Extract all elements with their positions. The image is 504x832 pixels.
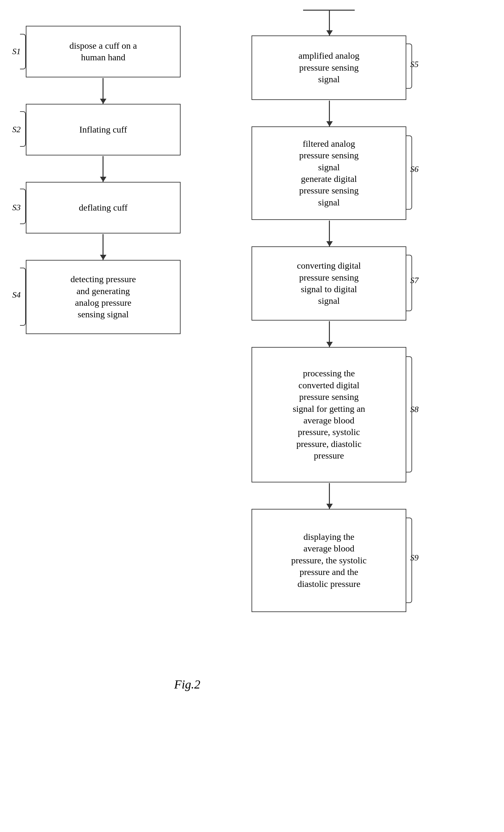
step-s8-text: processing the converted digital pressur… xyxy=(293,368,365,462)
s7-bracket xyxy=(406,255,412,311)
step-s7-box: converting digital pressure sensing sign… xyxy=(251,246,406,320)
step-s6-text: filtered analog pressure sensing signal … xyxy=(299,138,359,208)
step-s6-box: filtered analog pressure sensing signal … xyxy=(251,126,406,220)
step-s2-label: S2 xyxy=(12,125,21,134)
arrow-s5-s6 xyxy=(329,101,330,126)
s8-bracket xyxy=(406,356,412,472)
step-s3-label: S3 xyxy=(12,203,21,212)
arrow-s6-s7 xyxy=(329,220,330,246)
arrow-s3-s4 xyxy=(103,234,104,260)
arrow-s1-s2 xyxy=(103,78,104,104)
s6-bracket xyxy=(406,135,412,210)
step-s2-box: Inflating cuff xyxy=(26,104,181,155)
step-s3-text: deflating cuff xyxy=(79,202,127,213)
step-s8-box: processing the converted digital pressur… xyxy=(251,347,406,483)
arrow-s8-s9 xyxy=(329,483,330,509)
top-entry-line xyxy=(303,10,355,11)
step-s9-box: displaying the average blood pressure, t… xyxy=(251,509,406,612)
fig-label: Fig.2 xyxy=(174,677,200,692)
step-s1-label: S1 xyxy=(12,47,21,56)
step-s4-text: detecting pressure and generating analog… xyxy=(71,274,136,320)
s4-bracket xyxy=(20,268,26,326)
step-s5-text: amplified analog pressure sensing signal xyxy=(299,50,360,85)
step-s7-text: converting digital pressure sensing sign… xyxy=(297,260,361,307)
s1-bracket xyxy=(20,34,26,69)
step-s5-box: amplified analog pressure sensing signal xyxy=(251,35,406,100)
step-s4-label: S4 xyxy=(12,290,21,300)
arrow-top-s5 xyxy=(329,10,330,35)
step-s4-box: detecting pressure and generating analog… xyxy=(26,260,181,334)
arrow-s2-s3 xyxy=(103,156,104,182)
s3-bracket xyxy=(20,189,26,224)
arrow-s7-s8 xyxy=(329,321,330,347)
step-s2-text: Inflating cuff xyxy=(79,124,127,135)
s2-bracket xyxy=(20,111,26,147)
step-s1-text: dispose a cuff on a human hand xyxy=(69,40,137,63)
step-s1-box: dispose a cuff on a human hand xyxy=(26,26,181,77)
s5-bracket xyxy=(406,44,412,89)
s9-bracket xyxy=(406,518,412,603)
step-s3-box: deflating cuff xyxy=(26,182,181,233)
diagram-container: dispose a cuff on a human hand S1 Inflat… xyxy=(0,0,504,832)
step-s9-text: displaying the average blood pressure, t… xyxy=(291,531,367,590)
